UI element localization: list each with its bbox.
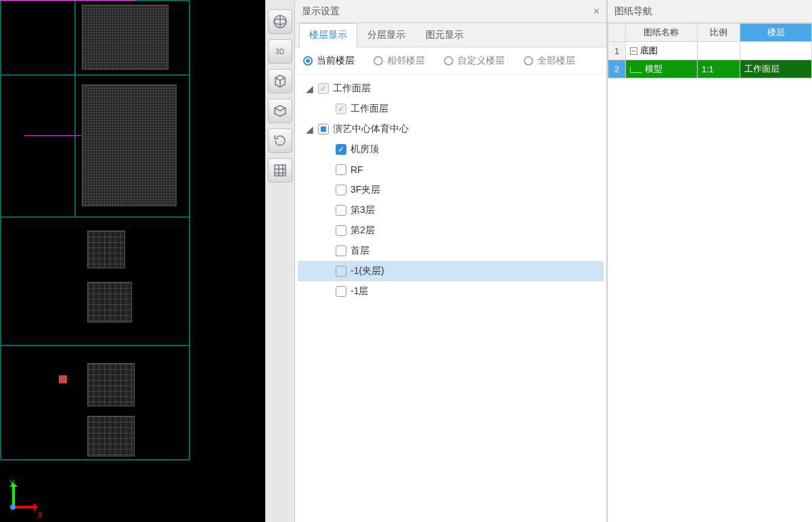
grid-cell bbox=[1, 1, 75, 75]
radio-icon bbox=[444, 56, 453, 66]
view-3d-tool[interactable]: 3D bbox=[268, 39, 292, 64]
drawing-grid bbox=[0, 0, 189, 460]
tree-node-label: 演艺中心体育中心 bbox=[333, 123, 409, 135]
tree-node[interactable]: RF bbox=[298, 160, 604, 180]
tree-node-label: 第3层 bbox=[351, 204, 375, 216]
cube-front-tool[interactable] bbox=[268, 69, 292, 93]
drawing-table[interactable]: 图纸名称 比例 楼层 1−底图2模型1:1工作面层 bbox=[608, 23, 812, 522]
cube-iso-icon bbox=[272, 103, 288, 119]
cube-iso-tool[interactable] bbox=[268, 99, 292, 123]
tree-node[interactable]: -1(夹层) bbox=[298, 261, 604, 281]
grid-panel-tool[interactable] bbox=[268, 158, 292, 183]
checkbox[interactable] bbox=[336, 225, 346, 236]
radio-all-floors[interactable]: 全部楼层 bbox=[524, 55, 575, 67]
axis-y-label: Y bbox=[9, 479, 15, 488]
nav-title: 图纸导航 bbox=[614, 5, 652, 18]
tree-branch-icon bbox=[630, 66, 642, 73]
table-row[interactable]: 2模型1:1工作面层 bbox=[608, 60, 812, 78]
tree-node-label: 首层 bbox=[351, 245, 369, 257]
col-scale[interactable]: 比例 bbox=[697, 24, 740, 42]
tree-node-label: 第2层 bbox=[351, 224, 375, 237]
checkbox[interactable] bbox=[336, 185, 346, 195]
cell-scale bbox=[697, 42, 740, 60]
close-icon[interactable]: × bbox=[593, 5, 600, 18]
radio-icon bbox=[524, 56, 533, 66]
rotate-icon bbox=[272, 133, 288, 149]
globe-tool[interactable] bbox=[268, 9, 292, 34]
tree-twist-icon[interactable]: ◢ bbox=[304, 124, 314, 135]
checkbox[interactable] bbox=[336, 266, 346, 277]
floorplan-thumb bbox=[87, 416, 135, 456]
settings-tabs: 楼层显示 分层显示 图元显示 bbox=[295, 23, 606, 47]
cell-drawing-name: −底图 bbox=[626, 42, 698, 60]
guide-line bbox=[24, 135, 81, 136]
tree-node[interactable]: ◢演艺中心体育中心 bbox=[298, 119, 604, 139]
floorplan-thumb bbox=[82, 85, 177, 206]
checkbox[interactable] bbox=[336, 164, 346, 175]
3d-label: 3D bbox=[275, 48, 284, 55]
cell-floor: 工作面层 bbox=[740, 60, 812, 78]
table-row[interactable]: 1−底图 bbox=[608, 42, 812, 60]
col-drawing-name[interactable]: 图纸名称 bbox=[626, 24, 698, 42]
corner-cell bbox=[608, 24, 626, 42]
col-floor[interactable]: 楼层 bbox=[740, 24, 812, 42]
grid-panel-icon bbox=[272, 162, 288, 179]
cell-drawing-name: 模型 bbox=[626, 60, 698, 78]
tree-node[interactable]: 首层 bbox=[298, 241, 604, 261]
settings-title: 显示设置 bbox=[302, 5, 340, 18]
tree-node[interactable]: 3F夹层 bbox=[298, 180, 604, 200]
tree-node[interactable]: 工作面层 bbox=[298, 99, 604, 119]
drawing-navigator-panel: 图纸导航 图纸名称 比例 楼层 1−底图2模型1:1工作面层 bbox=[608, 0, 812, 522]
checkbox[interactable] bbox=[336, 286, 346, 297]
tab-layer-display[interactable]: 分层显示 bbox=[357, 23, 415, 47]
tree-node-label: -1(夹层) bbox=[351, 265, 384, 277]
grid-cell bbox=[1, 75, 75, 217]
checkbox[interactable] bbox=[336, 205, 346, 216]
tree-node-label: 机房顶 bbox=[351, 143, 379, 156]
tab-floor-display[interactable]: 楼层显示 bbox=[299, 23, 357, 47]
floorplan-thumb bbox=[82, 5, 168, 70]
checkbox[interactable] bbox=[336, 245, 346, 256]
tree-node-label: -1层 bbox=[351, 285, 368, 298]
guide-line bbox=[0, 0, 135, 1]
nav-titlebar: 图纸导航 bbox=[608, 0, 812, 23]
expand-icon[interactable]: − bbox=[630, 47, 637, 55]
row-number: 1 bbox=[608, 42, 626, 60]
axis-origin-icon bbox=[10, 504, 16, 510]
row-number: 2 bbox=[608, 60, 626, 78]
checkbox[interactable] bbox=[336, 144, 346, 155]
settings-titlebar: 显示设置 × bbox=[295, 0, 606, 23]
tree-node-label: 工作面层 bbox=[333, 82, 371, 95]
table-header-row: 图纸名称 比例 楼层 bbox=[608, 24, 812, 42]
floorplan-thumb bbox=[87, 231, 125, 268]
axis-x-label: X bbox=[37, 511, 43, 520]
checkbox[interactable] bbox=[318, 83, 329, 94]
cad-viewport[interactable]: Y X bbox=[0, 0, 265, 522]
radio-custom-floor[interactable]: 自定义楼层 bbox=[444, 55, 505, 67]
tab-element-display[interactable]: 图元显示 bbox=[415, 23, 474, 47]
view-toolbar: 3D bbox=[265, 0, 295, 522]
checkbox[interactable] bbox=[336, 103, 346, 114]
radio-icon bbox=[374, 56, 383, 66]
cell-scale: 1:1 bbox=[697, 60, 740, 78]
radio-adjacent-floor[interactable]: 相邻楼层 bbox=[374, 55, 425, 67]
tree-node-label: 工作面层 bbox=[351, 103, 388, 115]
floor-scope-radios: 当前楼层 相邻楼层 自定义楼层 全部楼层 bbox=[295, 47, 606, 74]
tree-node[interactable]: ◢工作面层 bbox=[298, 78, 604, 99]
svg-rect-2 bbox=[275, 165, 286, 176]
radio-current-floor[interactable]: 当前楼层 bbox=[303, 55, 355, 67]
checkbox[interactable] bbox=[318, 124, 329, 135]
tree-twist-icon[interactable]: ◢ bbox=[304, 83, 314, 94]
display-settings-panel: 显示设置 × 楼层显示 分层显示 图元显示 当前楼层 相邻楼层 自定义楼层 全部… bbox=[295, 0, 608, 522]
floor-tree[interactable]: ◢工作面层工作面层◢演艺中心体育中心机房顶RF3F夹层第3层第2层首层-1(夹层… bbox=[295, 74, 606, 522]
tree-node[interactable]: 第2层 bbox=[298, 220, 604, 241]
cube-front-icon bbox=[272, 73, 288, 89]
floorplan-thumb bbox=[87, 282, 132, 323]
axis-x-icon bbox=[12, 506, 37, 508]
tree-node-label: RF bbox=[351, 164, 363, 175]
cell-floor bbox=[740, 42, 812, 60]
tree-node[interactable]: 机房顶 bbox=[298, 139, 604, 160]
tree-node[interactable]: -1层 bbox=[298, 281, 604, 302]
tree-node[interactable]: 第3层 bbox=[298, 200, 604, 220]
rotate-tool[interactable] bbox=[268, 128, 292, 153]
